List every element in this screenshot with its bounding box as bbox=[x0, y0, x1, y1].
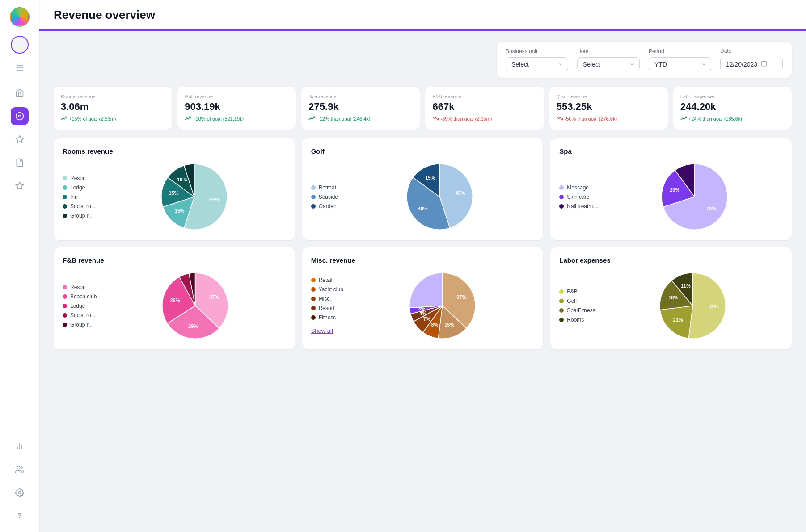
period-select[interactable]: YTD bbox=[649, 57, 711, 71]
dashboard-icon[interactable] bbox=[11, 107, 29, 125]
legend-item: Garden bbox=[311, 203, 338, 209]
avatar[interactable] bbox=[11, 36, 29, 54]
kpi-change-text: -50% than goal (276.6k) bbox=[565, 116, 617, 121]
legend-item: Group r... bbox=[63, 322, 97, 328]
chart-legend: Retail Yacht club Misc. Resort Fitness S… bbox=[311, 277, 343, 335]
legend-dot bbox=[311, 306, 316, 310]
legend-label: Lodge bbox=[70, 303, 85, 309]
legend-item: Lodge bbox=[63, 303, 97, 309]
chart-icon[interactable] bbox=[11, 437, 29, 455]
hotel-filter: Hotel Select bbox=[577, 48, 640, 71]
legend-item: Spa/Fitness bbox=[559, 307, 595, 314]
chart-grid: Rooms revenue Resort Lodge Inn Social ro… bbox=[54, 138, 792, 349]
svg-text:7%: 7% bbox=[423, 316, 430, 322]
app-logo[interactable] bbox=[10, 7, 30, 27]
svg-text:37%: 37% bbox=[209, 294, 219, 300]
legend-label: Fitness bbox=[319, 314, 336, 321]
chart-card-spa: Spa Massage Skin care Nail treatm.... 70… bbox=[550, 138, 792, 240]
kpi-change-text: +24% than goal (185.6k) bbox=[688, 116, 742, 121]
chart-title: Golf bbox=[311, 147, 535, 155]
kpi-change: +12% than goal (246.4k) bbox=[308, 115, 413, 122]
chart-title: F&B revenue bbox=[63, 256, 286, 264]
legend-item: Lodge bbox=[63, 184, 96, 191]
chart-content: Resort Lodge Inn Social ro... Group r...… bbox=[63, 162, 286, 231]
kpi-value: 3.06m bbox=[61, 101, 165, 113]
legend-dot bbox=[311, 315, 316, 320]
svg-text:15%: 15% bbox=[175, 208, 185, 214]
legend-label: Retreat bbox=[319, 184, 336, 191]
legend-label: Social ro... bbox=[70, 312, 96, 318]
legend-item: Seaside bbox=[311, 194, 338, 200]
legend-dot bbox=[63, 185, 67, 190]
date-input[interactable]: 12/20/2023 bbox=[720, 57, 783, 71]
kpi-card: Golf revenue 903.19k +10% of goal (821.1… bbox=[177, 87, 296, 130]
legend-label: Spa/Fitness bbox=[567, 307, 595, 314]
svg-text:55%: 55% bbox=[210, 197, 220, 202]
show-all-link[interactable]: Show all bbox=[311, 327, 333, 334]
chart-legend: Resort Beach club Lodge Social ro... Gro… bbox=[63, 284, 97, 328]
legend-dot bbox=[63, 313, 67, 318]
kpi-card: F&B revenue 667k -69% than goal (2.15m) bbox=[425, 87, 544, 130]
legend-dot bbox=[311, 195, 316, 199]
menu-icon[interactable] bbox=[11, 59, 29, 77]
legend-item: Yacht club bbox=[311, 286, 343, 293]
business-unit-filter: Business unit Select bbox=[506, 48, 568, 71]
kpi-value: 275.9k bbox=[308, 101, 413, 113]
legend-item: Retreat bbox=[311, 184, 338, 191]
svg-text:16%: 16% bbox=[668, 295, 678, 300]
kpi-label: F&B revenue bbox=[432, 94, 536, 99]
down-arrow-icon bbox=[557, 115, 563, 122]
legend-dot bbox=[63, 195, 67, 199]
svg-text:21%: 21% bbox=[673, 317, 683, 323]
legend-item: Resort bbox=[63, 175, 96, 181]
chart-content: Retail Yacht club Misc. Resort Fitness S… bbox=[311, 271, 535, 340]
kpi-change-text: +12% than goal (246.4k) bbox=[316, 116, 370, 121]
period-label: Period bbox=[649, 48, 711, 54]
hotel-select[interactable]: Select bbox=[577, 57, 640, 71]
legend-item: Inn bbox=[63, 194, 96, 200]
legend-dot bbox=[63, 214, 67, 218]
down-arrow-icon bbox=[432, 115, 439, 122]
chart-card-rooms_revenue: Rooms revenue Resort Lodge Inn Social ro… bbox=[54, 138, 295, 240]
legend-label: Group r... bbox=[70, 322, 93, 328]
hotel-label: Hotel bbox=[577, 48, 640, 54]
legend-label: Group r... bbox=[70, 213, 93, 219]
legend-label: Social ro... bbox=[70, 203, 96, 209]
legend-label: Retail bbox=[319, 277, 333, 283]
legend-label: Inn bbox=[70, 194, 78, 200]
chart-content: Resort Beach club Lodge Social ro... Gro… bbox=[63, 271, 286, 340]
content-area: Business unit Select Hotel Select Period… bbox=[39, 31, 806, 532]
svg-text:10%: 10% bbox=[177, 177, 187, 182]
users-icon[interactable] bbox=[11, 461, 29, 478]
help-icon[interactable]: ? bbox=[11, 507, 29, 525]
chart-legend: Retreat Seaside Garden bbox=[311, 184, 338, 209]
legend-label: Resort bbox=[70, 284, 86, 290]
up-arrow-icon bbox=[680, 115, 687, 122]
chart-legend: Massage Skin care Nail treatm.... bbox=[559, 184, 599, 209]
legend-label: Skin care bbox=[567, 194, 589, 200]
kpi-label: Rooms revenue bbox=[61, 94, 165, 99]
kpi-change: -50% than goal (276.6k) bbox=[557, 115, 661, 122]
business-unit-select[interactable]: Select bbox=[506, 57, 568, 71]
legend-label: Rooms bbox=[567, 317, 584, 323]
svg-point-10 bbox=[17, 466, 20, 469]
chart-content: Retreat Seaside Garden 45%40%15% bbox=[311, 162, 535, 231]
legend-item: Massage bbox=[559, 184, 599, 191]
svg-point-4 bbox=[19, 115, 21, 117]
kpi-card: Rooms revenue 3.06m +15% of goal (2.66m) bbox=[54, 87, 172, 130]
legend-dot bbox=[559, 204, 564, 209]
legend-dot bbox=[63, 285, 67, 289]
kpi-change-text: +10% of goal (821.19k) bbox=[193, 116, 244, 121]
pie-chart: 37%15%8%7%4%3% bbox=[350, 271, 535, 340]
legend-item: Retail bbox=[311, 277, 343, 283]
legend-dot bbox=[559, 289, 564, 294]
document-icon[interactable] bbox=[11, 154, 29, 172]
svg-text:15%: 15% bbox=[169, 190, 179, 196]
bookmark-icon[interactable] bbox=[11, 177, 29, 195]
chart-legend: Resort Lodge Inn Social ro... Group r... bbox=[63, 175, 96, 219]
star-icon[interactable] bbox=[11, 130, 29, 148]
home-icon[interactable] bbox=[11, 84, 29, 102]
chart-card-labor_expenses: Labor expenses F&B Golf Spa/Fitness Room… bbox=[550, 247, 792, 349]
svg-text:8%: 8% bbox=[431, 322, 438, 327]
settings-icon[interactable] bbox=[11, 484, 29, 502]
